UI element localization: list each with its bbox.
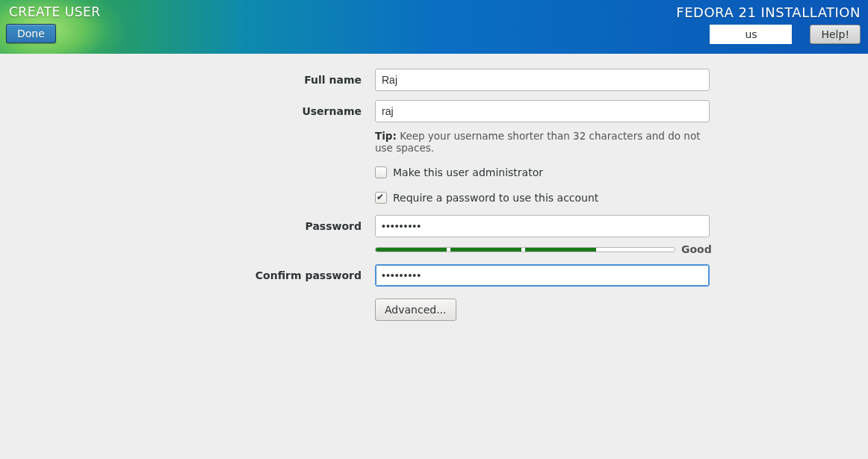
header-controls: us Help! [676,25,861,44]
username-input[interactable] [375,100,710,122]
username-label: Username [55,105,362,117]
confirm-password-label: Confirm password [55,269,362,281]
admin-checkbox[interactable] [375,166,387,178]
installer-header: CREATE USER Done FEDORA 21 INSTALLATION … [0,0,868,54]
tip-text: Keep your username shorter than 32 chara… [375,130,700,154]
advanced-button[interactable]: Advanced... [375,299,456,321]
require-password-checkbox[interactable] [375,192,387,204]
keyboard-layout-button[interactable]: us [710,25,792,44]
content-area: Full name Username Tip: Keep your userna… [0,54,868,321]
require-password-label: Require a password to use this account [393,192,598,204]
installer-title: FEDORA 21 INSTALLATION [676,4,861,20]
header-right: FEDORA 21 INSTALLATION us Help! [676,4,861,44]
admin-check-label: Make this user administrator [393,166,543,178]
page-title: CREATE USER [9,4,101,19]
admin-check-row: Make this user administrator [375,164,710,181]
help-button[interactable]: Help! [810,25,861,44]
password-input[interactable] [375,215,710,237]
tip-prefix: Tip: [375,130,397,142]
confirm-password-input[interactable] [375,264,710,287]
done-button[interactable]: Done [6,24,56,43]
password-label: Password [55,220,362,232]
require-password-check-row: Require a password to use this account [375,190,710,206]
create-user-form: Full name Username Tip: Keep your userna… [55,69,813,321]
username-tip: Tip: Keep your username shorter than 32 … [375,130,710,154]
password-strength-bar [375,247,675,252]
full-name-label: Full name [55,74,362,86]
full-name-input[interactable] [375,69,710,91]
password-strength-fill [376,248,597,252]
header-left: CREATE USER Done [6,4,101,43]
password-strength-text: Good [681,243,712,255]
password-strength-row: Good [375,243,813,255]
